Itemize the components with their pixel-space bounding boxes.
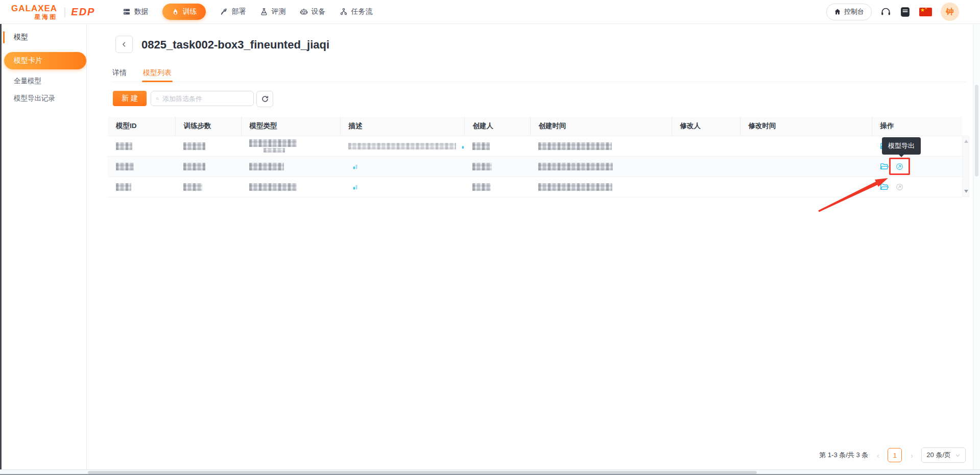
brand-name-cn: 星海图	[34, 14, 57, 20]
export-tooltip: 模型导出	[882, 137, 921, 155]
avatar[interactable]: 钟	[941, 3, 959, 21]
tab-details[interactable]: 详情	[111, 66, 128, 82]
product-logo: EDP	[71, 6, 95, 18]
description-chart-icon[interactable]	[352, 184, 359, 190]
console-button[interactable]: 控制台	[826, 4, 872, 20]
annotation-box	[889, 158, 910, 175]
redacted-value	[183, 142, 205, 150]
page-horizontal-scrollbar[interactable]	[0, 469, 980, 475]
section-indicator	[3, 31, 5, 43]
table-scrollbar[interactable]	[962, 136, 969, 197]
col-created-at: 创建时间	[530, 117, 672, 136]
sidebar-section-model[interactable]: 模型	[2, 30, 86, 45]
redacted-value	[183, 183, 202, 191]
scrollbar-thumb[interactable]	[975, 85, 978, 177]
table-row-1	[108, 136, 962, 156]
pagination: 第 1-3 条/共 3 条 ‹ 1 › 20 条/页	[819, 447, 966, 463]
search-box	[151, 91, 254, 106]
manual-icon[interactable]	[900, 7, 911, 17]
flask-icon	[260, 8, 268, 16]
pagination-page-1[interactable]: 1	[888, 448, 902, 462]
nav-item-device[interactable]: 设备	[300, 7, 325, 16]
top-bar-right: 控制台 ★★ 钟	[826, 0, 959, 23]
model-table: 模型ID 训练步数 模型类型 描述 创建人 创建时间 修改人 修改时间 操作	[108, 117, 962, 197]
redacted-value	[249, 183, 297, 191]
pagination-summary: 第 1-3 条/共 3 条	[819, 451, 868, 460]
redacted-value	[183, 163, 205, 170]
top-bar: GALAXEA 星海图 | EDP 数据 训练	[0, 0, 980, 24]
redacted-value	[472, 142, 490, 150]
scrollbar-thumb[interactable]	[88, 471, 757, 474]
workflow-icon	[340, 8, 348, 16]
pagination-prev[interactable]: ‹	[873, 448, 882, 462]
page-title: 0825_task002-box3_fineunted_jiaqi	[141, 38, 329, 52]
app-window: GALAXEA 星海图 | EDP 数据 训练	[0, 0, 980, 475]
col-creator: 创建人	[464, 117, 530, 136]
search-icon	[156, 95, 159, 103]
nav-item-data[interactable]: 数据	[123, 7, 148, 16]
open-folder-button[interactable]	[880, 183, 889, 191]
brand-logo: GALAXEA 星海图 | EDP	[11, 4, 95, 20]
flame-icon	[172, 8, 179, 16]
chevron-left-icon	[121, 41, 128, 48]
database-icon	[123, 8, 131, 16]
pagination-next[interactable]: ›	[907, 448, 916, 462]
redacted-value	[249, 163, 284, 170]
logo-divider: |	[63, 6, 66, 18]
new-button[interactable]: 新 建	[113, 91, 147, 106]
sidebar-item-full-model[interactable]: 全量模型	[2, 72, 86, 90]
redacted-value	[348, 143, 456, 149]
table-row-3	[108, 177, 962, 197]
refresh-icon	[261, 95, 269, 103]
redacted-value	[116, 163, 134, 170]
brand-name: GALAXEA	[11, 4, 57, 13]
col-modifier: 修改人	[672, 117, 740, 136]
description-chart-icon[interactable]	[461, 143, 464, 149]
col-modified-at: 修改时间	[740, 117, 872, 136]
robot-icon	[300, 8, 308, 16]
redacted-value	[116, 183, 131, 191]
col-model-id: 模型ID	[108, 117, 175, 136]
redacted-value	[538, 183, 612, 191]
main-content: 0825_task002-box3_fineunted_jiaqi 详情 模型列…	[87, 23, 973, 469]
redacted-value	[472, 163, 492, 170]
rocket-icon	[220, 8, 228, 16]
sidebar-item-model-card[interactable]: 模型卡片	[4, 52, 86, 69]
page-size-select[interactable]: 20 条/页	[921, 447, 966, 463]
headset-icon[interactable]	[880, 7, 891, 17]
open-folder-button[interactable]	[880, 162, 889, 170]
refresh-button[interactable]	[256, 91, 273, 107]
scroll-up-icon[interactable]	[964, 140, 968, 143]
sidebar-item-model-export-records[interactable]: 模型导出记录	[2, 90, 86, 107]
export-icon	[896, 183, 903, 191]
description-chart-icon[interactable]	[352, 163, 359, 170]
main-nav: 数据 训练 部署	[123, 4, 372, 20]
redacted-value	[538, 142, 612, 150]
redacted-value	[538, 163, 613, 170]
chevron-down-icon	[955, 453, 961, 458]
folder-open-icon	[880, 162, 889, 170]
col-train-steps: 训练步数	[175, 117, 241, 136]
col-actions: 操作	[872, 117, 962, 136]
tabs: 详情 模型列表	[111, 66, 967, 82]
redacted-value	[116, 142, 132, 150]
back-button[interactable]	[115, 36, 133, 53]
search-input[interactable]	[161, 94, 253, 103]
scroll-down-icon[interactable]	[964, 190, 968, 193]
col-description: 描述	[340, 117, 464, 136]
col-model-type: 模型类型	[241, 117, 340, 136]
table-header-row: 模型ID 训练步数 模型类型 描述 创建人 创建时间 修改人 修改时间 操作	[108, 117, 962, 136]
folder-open-icon	[880, 183, 889, 191]
page-vertical-scrollbar[interactable]	[973, 23, 980, 469]
nav-item-evaluate[interactable]: 评测	[260, 7, 285, 16]
flag-icon[interactable]: ★★	[919, 8, 932, 16]
table-row-2	[108, 156, 962, 177]
nav-item-training[interactable]: 训练	[162, 4, 206, 20]
export-button-disabled[interactable]	[896, 183, 903, 191]
nav-item-workflow[interactable]: 任务流	[340, 7, 372, 16]
home-icon	[834, 8, 841, 15]
tab-model-list[interactable]: 模型列表	[142, 66, 173, 82]
redacted-value	[472, 183, 491, 191]
sidebar: 模型 模型卡片 全量模型 模型导出记录	[0, 23, 87, 469]
nav-item-deploy[interactable]: 部署	[220, 7, 246, 16]
